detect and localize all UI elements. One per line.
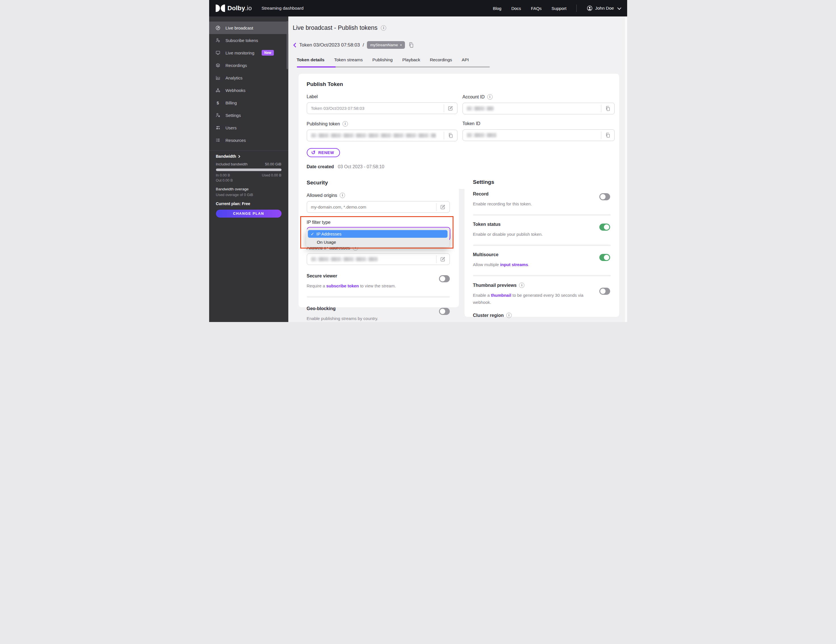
info-icon[interactable]: i xyxy=(340,192,345,198)
record-toggle[interactable] xyxy=(599,193,610,200)
stream-name-dropdown[interactable]: myStreamName ▾ xyxy=(367,41,405,49)
geo-blocking-description: Enable publishing streams by country. xyxy=(307,315,439,322)
publishing-token-label: Publishing token xyxy=(307,121,340,127)
sidebar-item-webhooks[interactable]: Webhooks xyxy=(209,84,288,96)
sidebar-item-settings[interactable]: Settings xyxy=(209,109,288,121)
edit-origins-button[interactable] xyxy=(436,204,449,210)
thumbnail-previews-label: Thumbnail previews xyxy=(473,283,517,288)
allowed-origins-input[interactable] xyxy=(307,205,436,209)
sidebar-item-analytics[interactable]: Analytics xyxy=(209,72,288,84)
nav-faqs[interactable]: FAQs xyxy=(531,6,542,11)
security-card: Security Allowed origins i xyxy=(299,172,459,307)
sidebar-item-users[interactable]: Users xyxy=(209,121,288,134)
edit-label-button[interactable] xyxy=(444,105,457,111)
tab-token-streams[interactable]: Token streams xyxy=(334,57,362,66)
subscribe-token-link[interactable]: subscribe token xyxy=(327,284,359,288)
input-streams-link[interactable]: input streams xyxy=(500,262,528,267)
thumbnail-link[interactable]: thumbnail xyxy=(491,293,511,298)
brand-name: Dolby.io xyxy=(228,5,252,12)
nav-docs[interactable]: Docs xyxy=(511,6,521,11)
bandwidth-title[interactable]: Bandwidth xyxy=(216,154,281,158)
dolby-logo[interactable]: Dolby.io xyxy=(216,5,252,12)
tab-recordings[interactable]: Recordings xyxy=(430,57,452,66)
copy-icon xyxy=(605,106,611,111)
secure-viewer-label: Secure viewer xyxy=(307,274,337,279)
sidebar-item-resources[interactable]: Resources xyxy=(209,134,288,147)
sidebar-item-label: Users xyxy=(225,126,237,130)
sidebar: Live broadcast Subscribe tokens Live mon… xyxy=(209,16,288,322)
settings-card: Settings Record Enable recording for thi… xyxy=(465,172,619,317)
nav-blog[interactable]: Blog xyxy=(493,6,501,11)
copy-icon xyxy=(447,132,454,139)
current-plan: Current plan: Free xyxy=(216,201,281,206)
account-id-label: Account ID xyxy=(462,95,485,99)
token-status-description: Enable or disable your publish token. xyxy=(473,231,592,238)
edit-icon xyxy=(440,204,446,210)
breadcrumb-token[interactable]: Token 03/Oct/2023 07:58:03 xyxy=(299,42,360,48)
new-badge: New xyxy=(262,50,274,55)
redacted-publishing-token xyxy=(311,133,436,138)
multisource-toggle[interactable] xyxy=(599,254,610,261)
tab-playback[interactable]: Playback xyxy=(402,57,420,66)
sidebar-item-recordings[interactable]: Recordings xyxy=(209,59,288,72)
sidebar-item-label: Live broadcast xyxy=(225,26,253,30)
card-title: Publish Token xyxy=(307,81,615,87)
sidebar-item-billing[interactable]: $ Billing xyxy=(209,96,288,109)
allowed-origins-field xyxy=(307,201,450,213)
info-icon[interactable]: i xyxy=(506,313,512,318)
broadcast-icon xyxy=(216,25,220,31)
account-id-field xyxy=(462,103,615,114)
sidebar-item-label: Webhooks xyxy=(225,88,246,93)
tab-token-details[interactable]: Token details xyxy=(297,57,325,66)
change-plan-button[interactable]: CHANGE PLAN xyxy=(216,210,281,218)
info-icon[interactable]: i xyxy=(487,94,493,99)
tab-underline-track xyxy=(297,66,490,67)
token-status-toggle[interactable] xyxy=(599,223,610,231)
bandwidth-panel: Bandwidth Included bandwidth 50.00 GiB I… xyxy=(209,154,288,218)
topbar: Dolby.io Streaming dashboard Blog Docs F… xyxy=(209,0,627,16)
card-title: Settings xyxy=(473,179,615,185)
edit-icon xyxy=(447,105,454,111)
label-input[interactable] xyxy=(307,106,444,111)
info-icon[interactable]: i xyxy=(519,282,524,288)
info-icon[interactable]: i xyxy=(381,25,386,31)
geo-blocking-toggle[interactable] xyxy=(439,308,450,315)
bandwidth-used: Used 0.00 B xyxy=(262,173,281,177)
bandwidth-in: In 0.00 B xyxy=(216,173,230,177)
copy-stream-name-icon[interactable] xyxy=(408,42,414,48)
back-chevron-icon[interactable] xyxy=(293,42,297,48)
dolby-streaming-dashboard: Dolby.io Streaming dashboard Blog Docs F… xyxy=(209,0,627,322)
copy-publishing-token-button[interactable] xyxy=(444,132,457,139)
copy-account-id-button[interactable] xyxy=(601,106,614,111)
page-title: Live broadcast - Publish tokens xyxy=(293,24,378,31)
label-field-label: Label xyxy=(307,94,318,99)
sidebar-item-subscribe-tokens[interactable]: Subscribe tokens xyxy=(209,34,288,47)
user-menu[interactable]: John Doe xyxy=(586,5,620,11)
tab-api[interactable]: API xyxy=(462,57,469,66)
nav-support[interactable]: Support xyxy=(552,6,567,11)
list-icon xyxy=(216,138,220,143)
users-icon xyxy=(216,125,220,130)
redacted-ip-addresses xyxy=(311,257,378,261)
sidebar-scrollbar[interactable] xyxy=(287,21,288,69)
main-content: Live broadcast - Publish tokens i Token … xyxy=(288,16,627,322)
option-on-usage[interactable]: On Usage xyxy=(308,238,447,246)
sidebar-item-live-monitoring[interactable]: Live monitoring New xyxy=(209,47,288,59)
page-scrollbar[interactable] xyxy=(625,16,627,322)
user-name: John Doe xyxy=(595,6,614,11)
sidebar-item-label: Recordings xyxy=(225,63,247,68)
ip-filter-dropdown-menu: ✓ IP Addresses On Usage xyxy=(306,229,449,247)
sidebar-item-label: Analytics xyxy=(225,75,243,80)
sidebar-item-live-broadcast[interactable]: Live broadcast xyxy=(209,21,288,34)
tab-publishing[interactable]: Publishing xyxy=(372,57,393,66)
breadcrumb-separator: / xyxy=(362,42,364,48)
option-ip-addresses[interactable]: ✓ IP Addresses xyxy=(308,230,447,238)
copy-token-id-button[interactable] xyxy=(601,132,614,138)
thumbnail-previews-description: Enable a thumbnail to be generated every… xyxy=(473,292,592,306)
bandwidth-overage-detail: Used overage of 0 GiB xyxy=(216,192,281,197)
thumbnail-previews-toggle[interactable] xyxy=(599,288,610,295)
info-icon[interactable]: i xyxy=(343,121,348,127)
edit-ip-addresses-button[interactable] xyxy=(436,256,449,262)
renew-button[interactable]: ↺ RENEW xyxy=(307,148,340,157)
secure-viewer-toggle[interactable] xyxy=(439,275,450,282)
